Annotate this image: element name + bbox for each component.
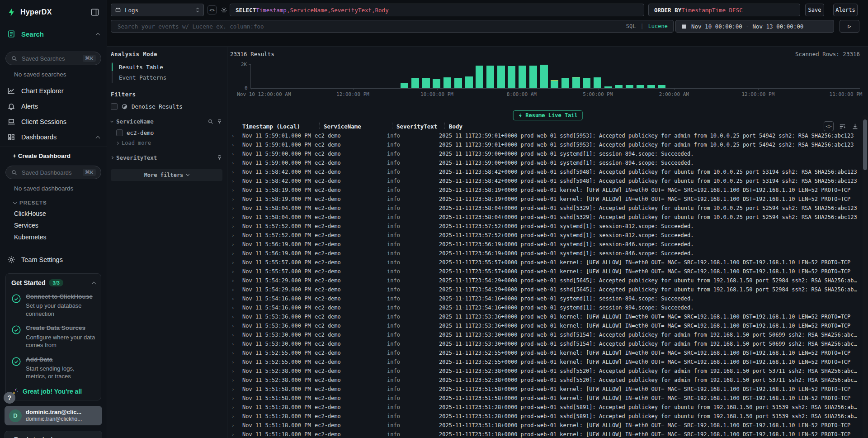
save-button[interactable]: Save [805,4,824,16]
table-row[interactable]: ›Nov 11 5:54:16.000 PMec2-demoinfo2025-1… [230,303,861,312]
chevron-up-icon[interactable] [96,136,100,140]
resume-live-tail-button[interactable]: Resume Live Tail [513,110,583,120]
more-filters-button[interactable]: More filters [111,169,222,181]
deploy-banner[interactable]: Ready to deploy on [5,431,102,438]
task-create-data-sources[interactable]: Create Data Sources Configure where your… [11,324,95,349]
histogram-bar[interactable] [433,79,440,88]
sidebar-item-dashboards[interactable]: Dashboards [0,129,107,145]
col-servicename[interactable]: ServiceName [320,122,392,130]
histogram-bar[interactable] [411,78,419,88]
saved-searches-field[interactable] [21,55,79,62]
histogram-bar[interactable] [615,85,623,88]
sidebar-item-alerts[interactable]: Alerts [0,99,107,114]
histogram-plot[interactable] [250,64,860,89]
table-row[interactable]: ›Nov 11 5:51:18.000 PMec2-demoinfo2025-1… [230,430,861,438]
histogram-bar[interactable] [647,85,655,88]
table-row[interactable]: ›Nov 11 5:57:52.000 PMec2-demoinfo2025-1… [230,222,861,231]
pin-icon[interactable] [217,155,222,161]
table-row[interactable]: ›Nov 11 5:59:00.000 PMec2-demoinfo2025-1… [230,158,861,167]
alerts-button[interactable]: Alerts [833,4,858,16]
histogram-bar[interactable] [583,78,590,88]
table-row[interactable]: ›Nov 11 5:51:28.000 PMec2-demoinfo2025-1… [230,403,861,412]
presets-header[interactable]: PRESETS [14,200,99,205]
table-row[interactable]: ›Nov 11 5:53:30.000 PMec2-demoinfo2025-1… [230,330,861,339]
table-row[interactable]: ›Nov 11 5:56:19.000 PMec2-demoinfo2025-1… [230,240,861,249]
table-row[interactable]: ›Nov 11 5:57:52.000 PMec2-demoinfo2025-1… [230,231,861,240]
sql-language-toggle[interactable]: SQL [626,23,636,29]
histogram-bar[interactable] [465,76,473,89]
sidebar-item-client-sessions[interactable]: Client Sessions [0,114,107,129]
sidebar-item-chart-explorer[interactable]: Chart Explorer [0,83,107,99]
table-row[interactable]: ›Nov 11 5:51:58.000 PMec2-demoinfo2025-1… [230,394,861,403]
histogram-bar[interactable] [476,66,483,88]
table-row[interactable]: ›Nov 11 5:59:01.000 PMec2-demoinfo2025-1… [230,140,861,149]
histogram-bar[interactable] [561,78,569,88]
create-dashboard-button[interactable]: + Create Dashboard [13,152,99,159]
histogram-bar[interactable] [497,66,505,88]
histogram-bar[interactable] [529,66,537,88]
time-range-picker[interactable]: Nov 10 00:00:00 - Nov 13 00:00:00 [675,20,834,33]
mode-results-table[interactable]: Results Table [113,62,222,72]
table-row[interactable]: ›Nov 11 5:55:57.000 PMec2-demoinfo2025-1… [230,267,861,276]
event-search-bar[interactable]: SQL | Lucene [111,20,674,33]
event-search-input[interactable] [117,23,622,30]
preset-services[interactable]: Services [14,222,99,229]
table-row[interactable]: ›Nov 11 5:58:19.000 PMec2-demoinfo2025-1… [230,195,861,204]
histogram-bar[interactable] [626,85,633,88]
run-query-button[interactable]: ▷ [840,20,859,33]
saved-dashboards-field[interactable] [21,169,79,176]
table-row[interactable]: ›Nov 11 5:58:42.000 PMec2-demoinfo2025-1… [230,176,861,186]
table-row[interactable]: ›Nov 11 5:53:36.000 PMec2-demoinfo2025-1… [230,321,861,330]
histogram-bar[interactable] [594,77,601,88]
pin-icon[interactable] [217,119,222,124]
table-row[interactable]: ›Nov 11 5:59:00.000 PMec2-demoinfo2025-1… [230,149,861,158]
table-row[interactable]: ›Nov 11 5:51:18.000 PMec2-demoinfo2025-1… [230,421,861,430]
table-row[interactable]: ›Nov 11 5:59:01.000 PMec2-demoinfo2025-1… [230,131,861,140]
preset-kubernetes[interactable]: Kubernetes [14,233,99,241]
histogram-bar[interactable] [454,78,462,88]
filter-option-ec2-demo[interactable]: ec2-demo [116,129,222,136]
col-severitytext[interactable]: SeverityText [392,122,444,130]
help-button[interactable]: ? [4,392,15,404]
table-row[interactable]: ›Nov 11 5:52:55.000 PMec2-demoinfo2025-1… [230,357,861,367]
filter-group-servicename[interactable]: ServiceName [111,118,222,125]
histogram-bar[interactable] [519,66,526,88]
table-row[interactable]: ›Nov 11 5:52:55.000 PMec2-demoinfo2025-1… [230,348,861,357]
user-menu[interactable]: D dominic.tran@clic... dominic.tran@clic… [5,406,102,425]
histogram-bar[interactable] [401,83,408,88]
histogram-bar[interactable] [658,85,665,88]
histogram-bar[interactable] [508,66,515,88]
table-row[interactable]: ›Nov 11 5:58:04.000 PMec2-demoinfo2025-1… [230,213,861,222]
table-row[interactable]: ›Nov 11 5:55:57.000 PMec2-demoinfo2025-1… [230,258,861,267]
table-row[interactable]: ›Nov 11 5:51:28.000 PMec2-demoinfo2025-1… [230,412,861,421]
mode-event-patterns[interactable]: Event Patterns [113,72,222,83]
histogram-bar[interactable] [572,77,580,88]
table-row[interactable]: ›Nov 11 5:52:38.000 PMec2-demoinfo2025-1… [230,376,861,385]
col-body[interactable]: Body [445,122,861,130]
table-row[interactable]: ›Nov 11 5:56:19.000 PMec2-demoinfo2025-1… [230,249,861,258]
chevron-up-icon[interactable] [92,281,96,286]
scrollbar-track[interactable] [863,115,868,438]
table-row[interactable]: ›Nov 11 5:51:58.000 PMec2-demoinfo2025-1… [230,385,861,394]
table-row[interactable]: ›Nov 11 5:53:30.000 PMec2-demoinfo2025-1… [230,339,861,348]
histogram-bar[interactable] [443,77,451,88]
lucene-language-toggle[interactable]: Lucene [648,23,668,29]
table-row[interactable]: ›Nov 11 5:54:29.000 PMec2-demoinfo2025-1… [230,285,861,294]
task-add-data[interactable]: Add Data Start sending logs, metrics, or… [11,356,95,381]
code-toggle-button[interactable]: <> [208,5,217,14]
select-clause-input[interactable]: SELECT Timestamp,ServiceName,SeverityTex… [230,4,644,16]
source-select[interactable]: Logs [111,4,204,16]
histogram-bar[interactable] [637,85,644,88]
col-timestamp[interactable]: Timestamp (Local) [242,122,319,130]
table-row[interactable]: ›Nov 11 5:58:42.000 PMec2-demoinfo2025-1… [230,167,861,176]
table-row[interactable]: ›Nov 11 5:54:16.000 PMec2-demoinfo2025-1… [230,294,861,303]
table-row[interactable]: ›Nov 11 5:58:04.000 PMec2-demoinfo2025-1… [230,204,861,213]
filter-group-severitytext[interactable]: SeverityText [111,154,222,161]
table-row[interactable]: ›Nov 11 5:58:19.000 PMec2-demoinfo2025-1… [230,186,861,195]
denoise-results-row[interactable]: Denoise Results [111,103,222,110]
table-row[interactable]: ›Nov 11 5:52:38.000 PMec2-demoinfo2025-1… [230,367,861,376]
ec2-demo-checkbox[interactable] [116,129,123,136]
source-settings-gear-icon[interactable] [219,5,228,14]
preset-clickhouse[interactable]: ClickHouse [14,210,99,217]
histogram-bar[interactable] [604,86,612,88]
